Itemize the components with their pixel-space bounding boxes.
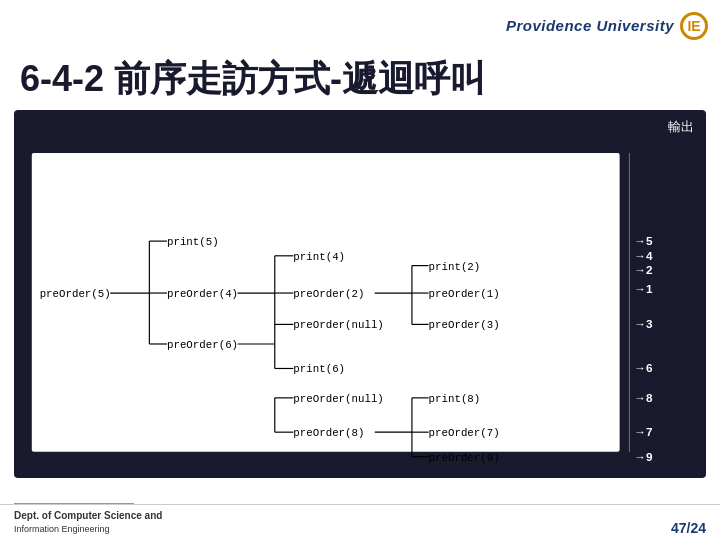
svg-text:→1: →1 xyxy=(634,282,653,295)
university-logo-icon: IE xyxy=(680,12,708,40)
svg-text:→7: →7 xyxy=(634,425,653,438)
svg-text:→5: →5 xyxy=(634,234,653,247)
svg-text:→6: →6 xyxy=(634,361,653,374)
svg-text:preOrder(3): preOrder(3) xyxy=(429,319,500,331)
svg-text:preOrder(null): preOrder(null) xyxy=(293,393,383,405)
dept-info: Dept. of Computer Science and Informatio… xyxy=(14,509,162,536)
svg-text:preOrder(4): preOrder(4) xyxy=(167,288,238,300)
dept-name-line2: Information Engineering xyxy=(14,523,162,536)
footer: Dept. of Computer Science and Informatio… xyxy=(0,504,720,540)
svg-text:→9: →9 xyxy=(634,450,653,463)
svg-text:→8: →8 xyxy=(634,391,653,404)
output-label: 輸出 xyxy=(668,118,694,136)
diagram-container: 輸出 .node-label { font-family: 'Courier N… xyxy=(14,110,706,478)
svg-text:preOrder(null): preOrder(null) xyxy=(293,319,383,331)
page-title: 6-4-2 前序走訪方式-遞迴呼叫 xyxy=(0,51,720,110)
svg-text:print(2): print(2) xyxy=(429,261,481,273)
university-name: Providence University xyxy=(506,17,674,34)
svg-text:→3: →3 xyxy=(634,317,653,330)
svg-text:→2: →2 xyxy=(634,263,653,276)
svg-text:preOrder(9): preOrder(9) xyxy=(429,452,500,464)
dept-name-line1: Dept. of Computer Science and xyxy=(14,509,162,523)
svg-text:print(5): print(5) xyxy=(167,236,219,248)
svg-text:preOrder(7): preOrder(7) xyxy=(429,427,500,439)
svg-text:print(4): print(4) xyxy=(293,251,345,263)
svg-rect-1 xyxy=(32,153,620,452)
diagram-svg: .node-label { font-family: 'Courier New'… xyxy=(22,120,698,470)
svg-text:print(8): print(8) xyxy=(429,393,481,405)
svg-text:preOrder(6): preOrder(6) xyxy=(167,339,238,351)
page-number: 47/24 xyxy=(671,520,706,536)
svg-text:→4: →4 xyxy=(634,249,653,262)
svg-text:print(6): print(6) xyxy=(293,363,345,375)
svg-text:preOrder(2): preOrder(2) xyxy=(293,288,364,300)
logo-area: Providence University IE xyxy=(506,12,708,40)
svg-text:preOrder(8): preOrder(8) xyxy=(293,427,364,439)
header: Providence University IE xyxy=(0,0,720,51)
svg-text:preOrder(1): preOrder(1) xyxy=(429,288,500,300)
svg-text:preOrder(5): preOrder(5) xyxy=(40,288,111,300)
